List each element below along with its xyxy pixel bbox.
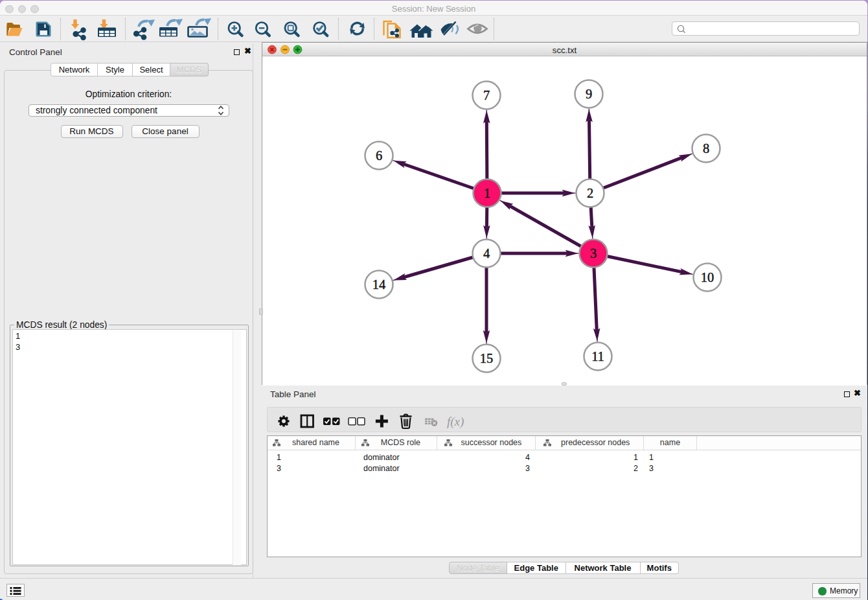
svg-text:4: 4 [483,246,489,260]
svg-text:7: 7 [483,88,489,102]
svg-text:1: 1 [483,186,490,200]
svg-text:14: 14 [372,277,385,292]
svg-text:10: 10 [700,270,714,284]
svg-text:11: 11 [591,349,604,363]
svg-text:6: 6 [375,148,382,163]
svg-text:3: 3 [589,246,596,260]
svg-text:f(x): f(x) [447,415,464,429]
svg-text:15: 15 [479,351,493,365]
svg-text:8: 8 [702,141,709,156]
svg-text:2: 2 [586,186,593,200]
svg-text:9: 9 [585,87,591,101]
